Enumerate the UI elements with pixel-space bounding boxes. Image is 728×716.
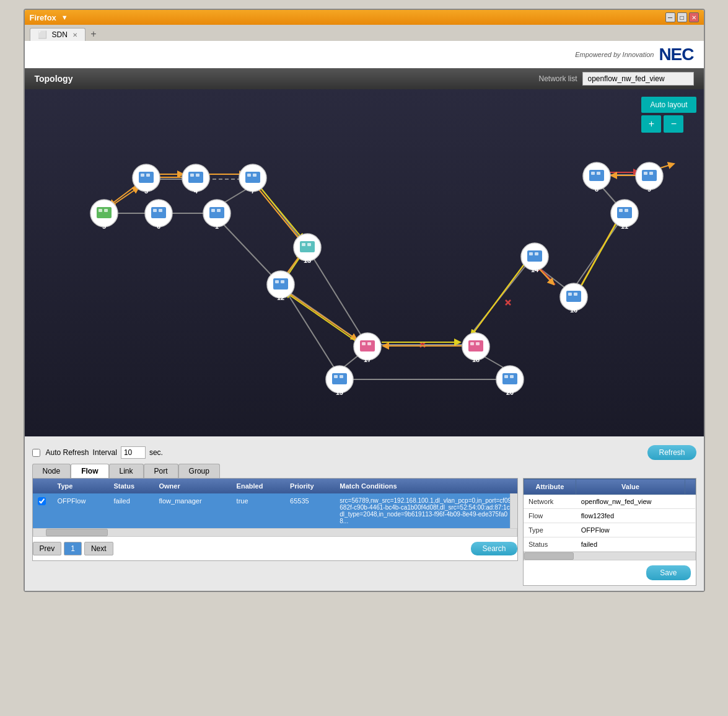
search-button[interactable]: Search — [471, 542, 517, 555]
next-button[interactable]: Next — [84, 542, 113, 555]
svg-rect-107 — [566, 291, 581, 302]
h-scroll-thumb[interactable] — [46, 529, 108, 536]
tab-close-icon[interactable]: ✕ — [72, 32, 77, 38]
svg-rect-109 — [574, 293, 577, 296]
interval-input[interactable] — [121, 446, 146, 459]
svg-rect-99 — [625, 209, 628, 212]
svg-text:16: 16 — [569, 306, 577, 314]
save-button[interactable]: Save — [646, 565, 690, 580]
attr-flow-scroll — [685, 509, 695, 523]
col-enabled: Enabled — [232, 479, 285, 493]
nec-logo: NEC — [659, 45, 693, 64]
nec-header: Empowered by Innovation NEC — [25, 41, 704, 68]
tab-link[interactable]: Link — [109, 464, 144, 478]
svg-rect-112 — [360, 340, 375, 351]
svg-rect-64 — [104, 209, 108, 212]
svg-rect-83 — [275, 280, 279, 283]
attr-h-scrollbar[interactable] — [524, 552, 696, 560]
svg-rect-52 — [188, 172, 203, 183]
svg-text:6: 6 — [156, 223, 160, 230]
row-status: failed — [108, 493, 154, 528]
svg-rect-93 — [644, 172, 647, 175]
svg-rect-68 — [153, 209, 157, 212]
svg-rect-49 — [146, 174, 150, 177]
browser-title: Firefox — [30, 13, 56, 22]
tab-node[interactable]: Node — [32, 464, 71, 478]
attr-row-network: Network openflow_nw_fed_view — [524, 495, 695, 509]
svg-rect-77 — [300, 241, 315, 252]
tab-port[interactable]: Port — [144, 464, 178, 478]
svg-rect-103 — [529, 252, 533, 255]
attr-row-status: Status failed — [524, 537, 695, 552]
attribute-table: Attribute Value Network openflow_nw_fed_… — [524, 479, 696, 552]
zoom-in-button[interactable]: + — [641, 115, 661, 133]
svg-rect-82 — [273, 278, 288, 289]
network-select[interactable]: openflow_nw_fed_view — [582, 72, 694, 86]
svg-rect-79 — [307, 243, 311, 246]
svg-rect-92 — [642, 170, 657, 181]
attr-status-label: Status — [524, 537, 576, 552]
attr-flow-val: flow123fed — [576, 509, 685, 523]
zoom-out-button[interactable]: − — [664, 115, 683, 133]
svg-rect-72 — [209, 207, 224, 218]
refresh-button[interactable]: Refresh — [647, 445, 696, 460]
table-h-scrollbar[interactable] — [33, 528, 517, 537]
svg-rect-129 — [510, 375, 514, 378]
attr-flow-label: Flow — [524, 509, 576, 523]
topology-svg: 3 4 7 — [25, 89, 704, 436]
svg-text:3: 3 — [144, 187, 147, 195]
tab-flow[interactable]: Flow — [71, 464, 108, 478]
svg-rect-84 — [281, 280, 284, 283]
svg-rect-123 — [334, 375, 338, 378]
attr-status-scroll — [685, 537, 695, 552]
svg-text:8: 8 — [594, 185, 598, 193]
prev-button[interactable]: Prev — [33, 542, 62, 555]
svg-rect-94 — [649, 172, 653, 175]
svg-line-41 — [579, 215, 621, 289]
row-match: src=56789,nw_src=192.168.100.1,dl_vlan_p… — [335, 493, 517, 528]
svg-line-33 — [286, 291, 357, 340]
svg-line-17 — [575, 216, 623, 286]
bottom-section: Auto Refresh Interval sec. Refresh Node … — [25, 436, 704, 591]
attr-h-scroll-thumb[interactable] — [524, 552, 574, 560]
tab-favicon: ⬜ — [38, 30, 47, 39]
svg-text:19: 19 — [335, 389, 343, 396]
new-tab-button[interactable]: + — [87, 27, 100, 41]
interval-label: Interval — [93, 448, 117, 457]
svg-rect-89 — [597, 172, 600, 175]
svg-rect-59 — [253, 174, 257, 177]
val-header: Value — [576, 479, 685, 495]
maximize-button[interactable]: □ — [677, 12, 687, 22]
attr-type-label: Type — [524, 523, 576, 537]
topology-controls: Auto layout + − — [641, 97, 696, 133]
flow-table: Type Status Owner Enabled Priority Match… — [33, 479, 517, 528]
svg-rect-113 — [362, 342, 366, 345]
svg-text:5: 5 — [102, 223, 105, 230]
svg-rect-114 — [367, 342, 371, 345]
row-type: OFPFlow — [53, 493, 109, 528]
svg-rect-97 — [617, 207, 632, 218]
page-1-button[interactable]: 1 — [64, 542, 82, 555]
attr-scroll-header — [685, 479, 695, 495]
match-content: src=56789,nw_src=192.168.100.1,dl_vlan_p… — [340, 497, 512, 524]
match-scrollbar[interactable] — [510, 493, 517, 528]
attr-network-val: openflow_nw_fed_view — [576, 495, 685, 509]
svg-text:14: 14 — [530, 266, 538, 273]
tab-label: SDN — [52, 30, 68, 39]
minimize-button[interactable]: ─ — [665, 12, 675, 22]
col-owner: Owner — [154, 479, 231, 493]
svg-text:7: 7 — [250, 187, 254, 195]
browser-tab[interactable]: ⬜ SDN ✕ — [30, 28, 86, 41]
row-checkbox[interactable] — [33, 493, 53, 528]
table-row[interactable]: OFPFlow failed flow_manager true 65535 s… — [33, 493, 517, 528]
col-checkbox — [33, 479, 53, 493]
auto-layout-button[interactable]: Auto layout — [641, 97, 696, 113]
auto-refresh-checkbox[interactable] — [32, 449, 40, 457]
right-panel-bottom: Save — [524, 560, 696, 585]
svg-rect-63 — [99, 209, 102, 212]
app-title: Topology — [35, 74, 73, 84]
svg-rect-67 — [151, 207, 166, 218]
close-button[interactable]: ✕ — [689, 12, 699, 22]
svg-rect-108 — [568, 293, 572, 296]
tab-group[interactable]: Group — [178, 464, 220, 478]
